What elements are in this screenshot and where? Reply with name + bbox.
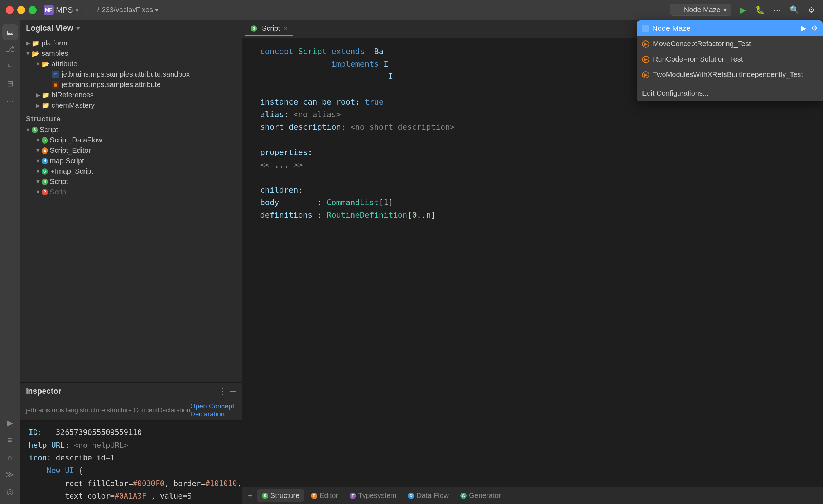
sidebar-icon-console[interactable]: ≫ (2, 467, 18, 483)
list-item[interactable]: ▼ S Script (20, 176, 242, 187)
branch-selector[interactable]: ⑂ 233/vaclavFixes ▾ (95, 6, 158, 14)
tree-label: platform (42, 39, 67, 47)
tree-arrow: ▼ (34, 189, 42, 195)
tab-label: Script (262, 24, 280, 33)
logical-view-title: Logical View (26, 24, 73, 33)
sidebar-icon-search[interactable]: ⌕ (2, 450, 18, 465)
view-chevron: ▾ (76, 24, 80, 32)
separator: | (86, 5, 88, 15)
leaf-icon: ◆ (50, 169, 56, 174)
edit-configurations-item[interactable]: Edit Configurations... (637, 86, 823, 101)
app-name: MPS (56, 5, 73, 15)
tree-arrow: ▼ (24, 127, 32, 133)
config-item-run-code[interactable]: ▶ RunCodeFromSolution_Test (637, 52, 823, 67)
open-concept-link[interactable]: Open Concept Declaration (190, 402, 236, 418)
tab-dataflow[interactable]: D Data Flow (403, 489, 454, 502)
list-item[interactable]: ▼ G ◆ map_Script (20, 166, 242, 176)
concept-icon-s: S (42, 137, 48, 144)
folder-icon: 📁 (42, 102, 49, 110)
tree-label: Script_DataFlow (50, 136, 102, 144)
tab-editor[interactable]: E Editor (306, 489, 343, 502)
inspector-subheader: jetbrains.mps.lang.structure.structure.C… (20, 400, 242, 421)
code-line: children: (251, 184, 814, 196)
titlebar-right: Node Maze ▾ ▶ 🐛 ⋯ 🔍 ⚙ (670, 4, 817, 16)
avatar: MP (44, 5, 54, 15)
tree-label: attribute (52, 60, 77, 68)
list-item[interactable]: ▶ 📁 chemMastery (20, 100, 242, 111)
config-item-label: TwoModulesWithXRefsBuiltIndependently_Te… (653, 71, 803, 79)
run-config-chevron: ▾ (723, 6, 727, 14)
list-item[interactable]: ▼ R Scrip... (20, 187, 242, 197)
generator-tab-icon: G (460, 493, 467, 499)
config-item-move[interactable]: ▶ MoveConceptRefactoring_Test (637, 36, 823, 52)
run-config-selector[interactable]: Node Maze ▾ (670, 4, 731, 16)
sidebar-icon-plugins[interactable]: ⊞ (2, 76, 18, 92)
traffic-lights (6, 6, 37, 14)
code-line: properties: (251, 146, 814, 159)
close-button[interactable] (6, 6, 14, 14)
list-item[interactable]: ▼ 📂 samples (20, 48, 242, 59)
sidebar-icon-vcs[interactable]: ◎ (2, 484, 18, 500)
dropdown-play-icon[interactable]: ▶ (801, 24, 807, 33)
code-line: << ... >> (251, 159, 814, 171)
tab-script[interactable]: S Script ✕ (245, 21, 293, 36)
folder-icon: 📁 (32, 39, 39, 47)
list-item[interactable]: ▶ 📁 platform (20, 38, 242, 48)
editor-tab-label: Editor (319, 491, 338, 500)
tab-close-icon[interactable]: ✕ (283, 25, 288, 32)
tree-arrow: ▶ (34, 92, 42, 98)
inspector-more-icon[interactable]: ⋮ (218, 386, 227, 396)
list-item[interactable]: ▼ E Script_Editor (20, 145, 242, 156)
file-tree[interactable]: ▶ 📁 platform ▼ 📂 samples ▼ 📂 attribute ◻… (20, 37, 242, 382)
code-line: definitions : RoutineDefinition[0..n] (251, 209, 814, 221)
search-button[interactable]: 🔍 (789, 4, 800, 16)
list-item[interactable]: ▼ 📂 attribute (20, 59, 242, 69)
inspector-panel: Inspector ⋮ ─ jetbrains.mps.lang.structu… (20, 382, 242, 504)
dropdown-settings-icon[interactable]: ⚙ (811, 24, 818, 33)
list-item[interactable]: ▼ N map Script (20, 156, 242, 166)
tree-arrow: ▼ (34, 179, 42, 185)
code-editor[interactable]: concept Script extends Ba implements I I… (242, 38, 823, 487)
tree-label: Script_Editor (50, 146, 91, 155)
tab-generator[interactable]: G Generator (455, 489, 506, 502)
app-title[interactable]: MP MPS ▾ (44, 5, 79, 15)
tree-label: Scrip... (50, 188, 72, 196)
list-item[interactable]: ◼ jetbrains.mps.samples.attribute (20, 79, 242, 90)
bottom-tabs: + S Structure E Editor T Typesystem D Da… (242, 487, 823, 504)
sidebar-icon-more[interactable]: ⋯ (2, 93, 18, 109)
code-line: ID: 3265739055509559110 (29, 426, 233, 439)
maximize-button[interactable] (29, 6, 37, 14)
sidebar-icon-project[interactable]: 🗂 (2, 24, 18, 40)
settings-button[interactable]: ⚙ (806, 4, 817, 16)
list-item[interactable]: ▼ S Script (20, 125, 242, 135)
inspector-minimize-icon[interactable]: ─ (230, 386, 236, 396)
more-button[interactable]: ⋯ (771, 4, 783, 16)
tab-icon: S (251, 25, 257, 32)
tree-arrow: ▶ (34, 102, 42, 109)
minimize-button[interactable] (17, 6, 25, 14)
run-button[interactable]: ▶ (737, 4, 749, 16)
sidebar-icon-run[interactable]: ▶ (2, 415, 18, 431)
sidebar-icon-branches[interactable]: ⑂ (2, 59, 18, 74)
branch-chevron: ▾ (155, 6, 158, 14)
structure-header: Structure (20, 111, 242, 125)
list-item[interactable]: ▶ 📁 blReferences (20, 90, 242, 100)
file-sq-icon: ◻ (52, 71, 59, 78)
sidebar-icon-git[interactable]: ⎇ (2, 42, 18, 57)
code-line: alias: <no alias> (251, 108, 814, 121)
app-chevron: ▾ (75, 6, 79, 14)
tab-structure[interactable]: S Structure (257, 489, 304, 502)
list-item[interactable]: ▼ S Script_DataFlow (20, 135, 242, 145)
debug-button[interactable]: 🐛 (754, 4, 766, 16)
config-item-two-modules[interactable]: ▶ TwoModulesWithXRefsBuiltIndependently_… (637, 67, 823, 82)
editor-tab-icon: E (311, 493, 317, 499)
edit-configurations-label: Edit Configurations... (642, 89, 709, 97)
folder-icon: 📁 (42, 91, 49, 99)
concept-icon-g: G (42, 168, 48, 175)
add-tab-button[interactable]: + (245, 490, 255, 502)
tab-typesystem[interactable]: T Typesystem (345, 489, 401, 502)
sidebar-icon-list[interactable]: ≡ (2, 432, 18, 448)
concept-icon-s: S (32, 127, 38, 133)
list-item[interactable]: ◻ jetbrains.mps.samples.attribute.sandbo… (20, 69, 242, 79)
inspector-title: Inspector (26, 387, 216, 396)
